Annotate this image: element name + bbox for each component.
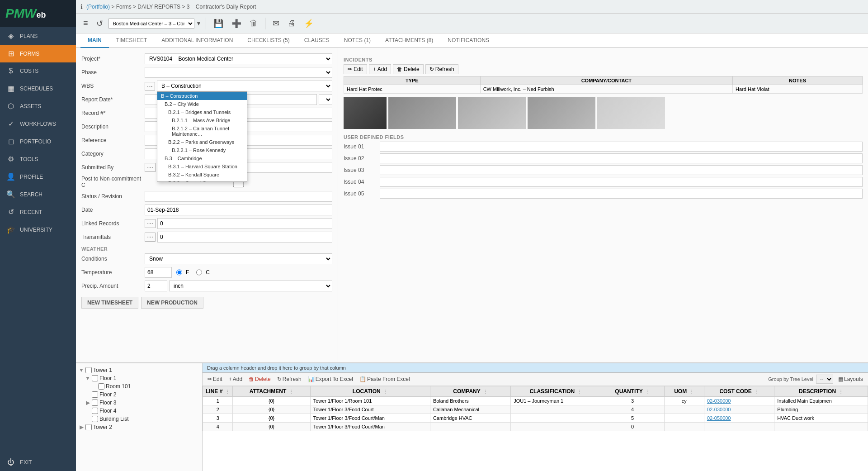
cell-cost-code-4[interactable] — [704, 423, 774, 431]
table-row[interactable]: 2 {0} Tower 1/Floor 3/Food Court Callaha… — [203, 405, 868, 414]
image-thumb-5[interactable] — [597, 97, 665, 129]
tree-item-floor3[interactable]: ▶ Floor 3 — [79, 399, 199, 407]
incidents-edit-button[interactable]: ✏ Edit — [344, 64, 367, 74]
save-button[interactable]: 💾 — [211, 17, 226, 30]
tab-main[interactable]: MAIN — [80, 33, 109, 48]
grid-layouts-button[interactable]: ▦ Layouts — [836, 375, 865, 383]
linked-records-input[interactable] — [157, 218, 332, 229]
grid-add-button[interactable]: + Add — [226, 375, 245, 383]
tree-item-tower2[interactable]: ▶ Tower 2 — [79, 423, 199, 431]
sidebar-item-plans[interactable]: ◈ PLANS — [0, 27, 76, 45]
col-location-menu[interactable]: ⋮ — [383, 389, 388, 394]
transmittals-config[interactable]: ⋯ — [145, 233, 156, 242]
submitted-by-config[interactable]: ⋯ — [145, 163, 156, 172]
wbs-item-b21[interactable]: B.2.1 – Bridges and Tunnels — [157, 108, 247, 116]
incidents-add-button[interactable]: + Add — [369, 64, 391, 74]
sidebar-item-university[interactable]: 🎓 UNIVERSITY — [0, 221, 76, 238]
image-thumb-3[interactable] — [458, 97, 526, 129]
tab-checklists[interactable]: CHECKLISTS (5) — [240, 33, 297, 48]
tree-check-floor2[interactable] — [92, 391, 98, 398]
cell-cost-code-2[interactable]: 02-030000 — [704, 405, 774, 414]
grid-edit-button[interactable]: ✏ Edit — [205, 375, 225, 383]
breadcrumb-portfolio[interactable]: (Portfolio) — [86, 4, 110, 10]
sidebar-item-search[interactable]: 🔍 SEARCH — [0, 186, 76, 203]
tab-notifications[interactable]: NOTIFICATIONS — [440, 33, 496, 48]
phase-select[interactable] — [145, 67, 332, 78]
udf-input-1[interactable] — [380, 142, 863, 152]
new-production-button[interactable]: NEW PRODUCTION — [141, 297, 203, 309]
info-icon[interactable]: ℹ — [80, 3, 83, 10]
sidebar-item-profile[interactable]: 👤 PROFILE — [0, 168, 76, 186]
add-button[interactable]: ➕ — [229, 17, 244, 30]
table-row[interactable]: 4 {0} Tower 1/Floor 3/Food Court/Man 0 — [203, 423, 868, 431]
wbs-config-button[interactable]: ⋯ — [145, 82, 155, 90]
tree-check-floor1[interactable] — [92, 375, 98, 381]
delete-button[interactable]: 🗑 — [247, 17, 260, 30]
col-uom-menu[interactable]: ⋮ — [689, 389, 694, 394]
project-dropdown-arrow[interactable]: ▼ — [196, 20, 202, 27]
col-classification-menu[interactable]: ⋮ — [577, 389, 582, 394]
group-by-select[interactable]: -- — [816, 375, 833, 384]
wbs-item-b31[interactable]: B.3.1 – Harvard Square Station — [157, 162, 247, 171]
grid-delete-button[interactable]: 🗑 Delete — [246, 375, 273, 383]
sidebar-item-schedules[interactable]: ▦ SCHEDULES — [0, 80, 76, 97]
wbs-item-b211[interactable]: B.2.1.1 – Mass Ave Bridge — [157, 116, 247, 124]
print-button[interactable]: 🖨 — [285, 17, 298, 30]
grid-export-button[interactable]: 📊 Export To Excel — [306, 375, 355, 383]
col-quantity-menu[interactable]: ⋮ — [646, 389, 650, 394]
wbs-item-b221[interactable]: B.2.2.1 – Rose Kennedy — [157, 146, 247, 154]
col-description-menu[interactable]: ⋮ — [839, 389, 843, 394]
tab-attachments[interactable]: ATTACHMENTS (8) — [378, 33, 440, 48]
tab-timesheet[interactable]: TIMESHEET — [109, 33, 155, 48]
wbs-item-b33[interactable]: B.3.3 – Central Square — [157, 179, 247, 182]
incidents-refresh-button[interactable]: ↻ Refresh — [425, 64, 458, 74]
image-thumb-1[interactable] — [344, 97, 387, 129]
temp-f-radio[interactable] — [176, 267, 182, 278]
undo-button[interactable]: ↺ — [94, 17, 106, 30]
menu-button[interactable]: ≡ — [80, 17, 91, 30]
incident-row-1[interactable]: Hard Hat Protec CW Millwork, Inc. – Ned … — [344, 85, 863, 94]
tab-clauses[interactable]: CLAUSES — [297, 33, 337, 48]
sidebar-item-exit[interactable]: ⏻ EXIT — [0, 454, 76, 471]
email-button[interactable]: ✉ — [270, 17, 282, 30]
tree-check-building[interactable] — [92, 416, 98, 422]
transmittals-input[interactable] — [157, 232, 332, 243]
date-input[interactable] — [145, 205, 332, 215]
image-thumb-2[interactable] — [388, 97, 456, 129]
wbs-item-b22[interactable]: B.2.2 – Parks and Greenways — [157, 138, 247, 146]
new-timesheet-button[interactable]: NEW TIMESHEET — [81, 297, 138, 309]
udf-input-4[interactable] — [380, 177, 863, 187]
tree-check-tower2[interactable] — [85, 424, 92, 430]
tab-notes[interactable]: NOTES (1) — [337, 33, 378, 48]
tree-item-building-list[interactable]: Building List — [79, 415, 199, 423]
wbs-item-b32[interactable]: B.3.2 – Kendall Square — [157, 171, 247, 179]
report-date-format[interactable]: ▾ — [319, 94, 332, 105]
tree-check-room101[interactable] — [98, 383, 104, 390]
project-select[interactable]: Boston Medical Center – 3 – Contrac — [108, 19, 194, 29]
temp-c-radio[interactable] — [196, 267, 202, 278]
temp-input[interactable] — [145, 267, 172, 278]
table-row[interactable]: 1 {0} Tower 1/Floor 1/Room 101 Boland Br… — [203, 397, 868, 405]
sidebar-item-recent[interactable]: ↺ RECENT — [0, 203, 76, 221]
sidebar-item-forms[interactable]: ⊞ FORMS — [0, 45, 76, 62]
col-line-menu[interactable]: ⋮ — [225, 389, 230, 394]
precip-input[interactable] — [145, 281, 167, 291]
wbs-item-b3[interactable]: B.3 – Cambridge — [157, 154, 247, 162]
incidents-delete-button[interactable]: 🗑 Delete — [393, 64, 424, 74]
grid-paste-button[interactable]: 📋 Paste From Excel — [357, 375, 412, 383]
sidebar-item-costs[interactable]: $ COSTS — [0, 62, 76, 80]
tree-check-tower1[interactable] — [85, 367, 92, 373]
wbs-item-b2112[interactable]: B.2.1.2 – Callahan Tunnel Maintenanc… — [157, 124, 247, 138]
sidebar-item-assets[interactable]: ⬡ ASSETS — [0, 97, 76, 115]
table-row[interactable]: 3 {0} Tower 1/Floor 3/Food Court/Man Cam… — [203, 414, 868, 423]
grid-refresh-button[interactable]: ↻ Refresh — [275, 375, 304, 383]
tree-item-floor4[interactable]: Floor 4 — [79, 407, 199, 415]
col-company-menu[interactable]: ⋮ — [483, 389, 488, 394]
status-input[interactable] — [145, 191, 332, 202]
sidebar-item-portfolio[interactable]: ◻ PORTFOLIO — [0, 133, 76, 150]
tab-additional[interactable]: ADDITIONAL INFORMATION — [154, 33, 240, 48]
tree-item-room101[interactable]: Room 101 — [79, 382, 199, 390]
tree-check-floor4[interactable] — [92, 408, 98, 414]
col-cost-code-menu[interactable]: ⋮ — [755, 389, 759, 394]
linked-records-config[interactable]: ⋯ — [145, 219, 156, 228]
